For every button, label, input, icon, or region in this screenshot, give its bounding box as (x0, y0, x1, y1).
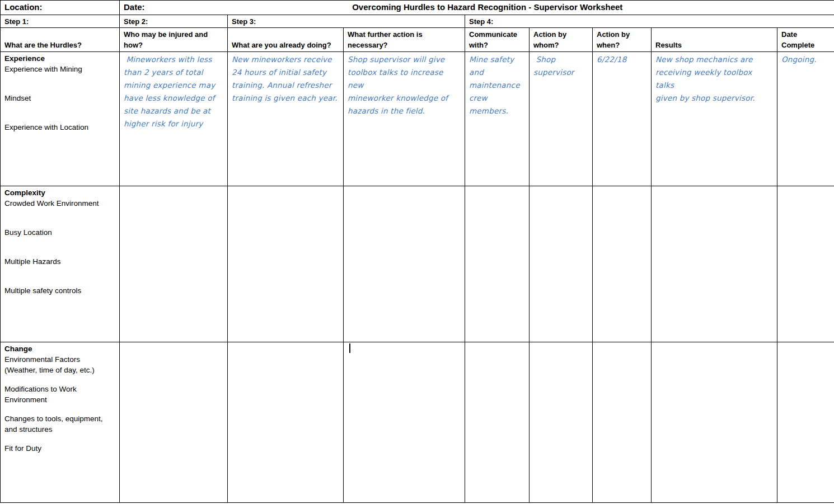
cell-change-already-doing[interactable] (228, 342, 344, 503)
col-header-action-by-whom: Action by whom? (530, 28, 593, 52)
step-1-label: Step 1: (4, 17, 29, 26)
supervisor-worksheet-table: Location: Date: Overcoming Hurdles to Ha… (0, 0, 834, 503)
hurdle-item: Crowded Work Environment (4, 198, 115, 209)
cell-experience-action-by-when[interactable]: 6/22/18 (593, 52, 652, 186)
table-row-change: Change Environmental Factors (Weather, t… (1, 342, 834, 503)
cell-change-action-by-whom[interactable] (530, 342, 593, 503)
hurdle-item: Experience with Mining (4, 64, 115, 74)
cell-change-results[interactable] (652, 342, 777, 503)
col-header-further-action: What further action is necessary? (344, 28, 465, 52)
worksheet-document: Location: Date: Overcoming Hurdles to Ha… (0, 0, 834, 504)
col-header-action-by-when: Action by when? (593, 28, 652, 52)
text-cursor (349, 343, 350, 353)
hurdle-item: Fit for Duty (4, 443, 115, 454)
col-header-communicate-with: Communicate with? (465, 28, 530, 52)
step-row: Step 1: Step 2: Step 3: Step 4: (1, 15, 834, 28)
cell-experience-action-by-whom[interactable]: Shop supervisor (530, 52, 593, 186)
cell-experience-hurdles[interactable]: Experience Experience with Mining Mindse… (1, 52, 120, 186)
cell-complexity-already-doing[interactable] (228, 186, 344, 342)
cell-change-further-action[interactable] (344, 342, 465, 503)
date-title-cell[interactable]: Date: Overcoming Hurdles to Hazard Recog… (120, 1, 834, 15)
hurdle-item: Modifications to Work Environment (4, 384, 115, 405)
hurdle-item: Environmental Factors (Weather, time of … (4, 354, 115, 375)
step-2-cell: Step 2: (120, 15, 228, 28)
hurdle-category-label: Complexity (4, 187, 115, 198)
table-row-experience: Experience Experience with Mining Mindse… (1, 52, 834, 186)
col-header-who-injured: Who may be injured and how? (120, 28, 228, 52)
step-3-label: Step 3: (232, 17, 256, 26)
cell-complexity-further-action[interactable] (344, 186, 465, 342)
cell-experience-already-doing[interactable]: New mineworkers receive 24 hours of init… (228, 52, 344, 186)
cell-experience-date-complete[interactable]: Ongoing. (777, 52, 834, 186)
col-header-date-complete: Date Complete (777, 28, 834, 52)
date-label: Date: (124, 2, 145, 12)
cell-complexity-action-by-when[interactable] (593, 186, 652, 342)
cell-experience-who-injured[interactable]: Mineworkers with less than 2 years of to… (120, 52, 228, 186)
col-header-hurdles: What are the Hurdles? (1, 28, 120, 52)
hurdle-item: Multiple Hazards (4, 256, 115, 267)
step-1-cell: Step 1: (1, 15, 120, 28)
col-header-already-doing: What are you already doing? (228, 28, 344, 52)
cell-experience-communicate-with[interactable]: Mine safety and maintenance crew members… (465, 52, 530, 186)
step-4-cell: Step 4: (465, 15, 834, 28)
title-row: Location: Date: Overcoming Hurdles to Ha… (1, 1, 834, 15)
table-row-complexity: Complexity Crowded Work Environment Busy… (1, 186, 834, 342)
hurdle-category-label: Experience (4, 53, 115, 64)
col-header-results: Results (652, 28, 777, 52)
cell-complexity-hurdles[interactable]: Complexity Crowded Work Environment Busy… (1, 186, 120, 342)
hurdle-item: Changes to tools, equipment, and structu… (4, 413, 115, 435)
cell-complexity-communicate-with[interactable] (465, 186, 530, 342)
cell-complexity-date-complete[interactable] (777, 186, 834, 342)
cell-complexity-action-by-whom[interactable] (530, 186, 593, 342)
step-2-label: Step 2: (124, 17, 148, 26)
page-title: Overcoming Hurdles to Hazard Recognition… (145, 2, 831, 12)
step-3-cell: Step 3: (228, 15, 465, 28)
cell-experience-further-action[interactable]: Shop supervisor will give toolbox talks … (344, 52, 465, 186)
hurdle-item: Multiple safety controls (4, 285, 115, 296)
cell-change-who-injured[interactable] (120, 342, 228, 503)
cell-experience-results[interactable]: New shop mechanics are receiving weekly … (652, 52, 777, 186)
cell-change-communicate-with[interactable] (465, 342, 530, 503)
location-field-cell[interactable]: Location: (1, 1, 120, 15)
hurdle-item: Busy Location (4, 227, 115, 238)
column-header-row: What are the Hurdles? Who may be injured… (1, 28, 834, 52)
cell-complexity-results[interactable] (652, 186, 777, 342)
hurdle-item: Experience with Location (4, 122, 115, 133)
cell-complexity-who-injured[interactable] (120, 186, 228, 342)
hurdle-item: Mindset (4, 93, 115, 103)
cell-change-hurdles[interactable]: Change Environmental Factors (Weather, t… (1, 342, 120, 503)
step-4-label: Step 4: (469, 17, 493, 26)
hurdle-category-label: Change (4, 343, 115, 354)
location-label: Location: (4, 2, 43, 12)
cell-change-action-by-when[interactable] (593, 342, 652, 503)
cell-change-date-complete[interactable] (777, 342, 834, 503)
